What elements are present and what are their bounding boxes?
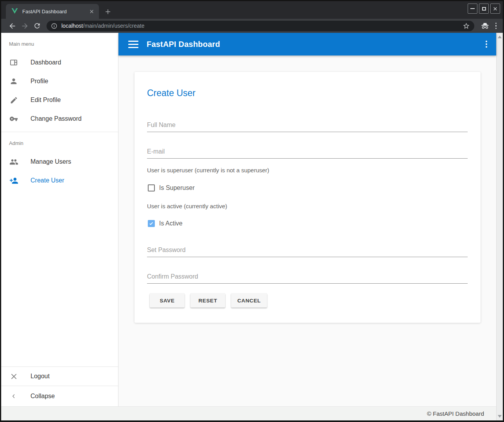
close-button[interactable] (490, 4, 500, 14)
active-checkbox-row: Is Active (148, 218, 183, 229)
page-footer: © FastAPI Dashboard (1, 406, 496, 420)
sidebar-item-label: Dashboard (30, 59, 61, 66)
is-superuser-label: Is Superuser (159, 184, 195, 191)
set-password-input[interactable] (147, 243, 468, 257)
sidebar-bottom: Logout Collapse (1, 367, 118, 406)
browser-tab[interactable]: FastAPI Dashboard (6, 4, 99, 19)
main-menu: Dashboard Profile Edit Profile (1, 53, 118, 128)
browser-toolbar: localhost/main/admin/users/create (1, 19, 503, 33)
pencil-icon (9, 95, 18, 105)
scroll-up-arrow-icon[interactable] (498, 36, 502, 38)
scrollbar[interactable] (496, 33, 503, 420)
sidebar-section-admin: Admin (9, 139, 118, 147)
sidebar-item-label: Profile (30, 78, 48, 85)
dashboard-icon (9, 58, 18, 67)
create-user-card: Create User User is superuser (currently… (135, 72, 481, 323)
close-icon (493, 6, 498, 11)
url-host: localhost (61, 23, 83, 29)
minimize-button[interactable] (468, 4, 477, 14)
person-add-icon (9, 176, 18, 185)
sidebar-item-change-password[interactable]: Change Password (1, 109, 118, 128)
back-button[interactable] (7, 21, 17, 30)
is-active-checkbox[interactable] (148, 220, 155, 227)
app-header: FastAPI Dashboard (118, 33, 496, 55)
url-text[interactable]: localhost/main/admin/users/create (61, 23, 144, 29)
reset-button[interactable]: RESET (190, 293, 225, 308)
full-name-field (147, 118, 468, 132)
sidebar-item-label: Manage Users (30, 158, 71, 165)
is-active-label: Is Active (159, 220, 183, 227)
sidebar-item-label: Create User (30, 177, 64, 184)
check-icon (149, 221, 154, 226)
maximize-button[interactable] (479, 4, 489, 14)
app-title: FastAPI Dashboard (147, 40, 220, 49)
confirm-password-field (147, 270, 468, 284)
reload-button[interactable] (32, 21, 42, 30)
window-controls (468, 4, 500, 14)
person-icon (9, 77, 18, 86)
sidebar-item-dashboard[interactable]: Dashboard (1, 53, 118, 72)
sidebar-item-label: Edit Profile (30, 97, 61, 104)
sidebar: Main menu Dashboard Profile (1, 33, 118, 406)
new-tab-button[interactable] (104, 7, 112, 16)
superuser-checkbox-row: Is Superuser (148, 182, 195, 193)
sidebar-item-create-user[interactable]: Create User (1, 171, 118, 190)
address-bar[interactable]: localhost/main/admin/users/create (47, 21, 474, 31)
email-input[interactable] (147, 145, 468, 159)
logout-x-icon (9, 372, 18, 381)
sidebar-divider (1, 132, 118, 132)
scroll-down-arrow-icon[interactable] (498, 415, 502, 418)
minimize-icon (470, 8, 475, 9)
browser-window: FastAPI Dashboard (0, 0, 504, 422)
key-icon (9, 114, 18, 123)
form-buttons: SAVE RESET CANCEL (150, 293, 267, 308)
is-superuser-checkbox[interactable] (148, 184, 155, 191)
cancel-button[interactable]: CANCEL (231, 293, 267, 308)
save-button[interactable]: SAVE (150, 293, 185, 308)
url-path: /main/admin/users/create (83, 23, 144, 29)
sidebar-item-label: Change Password (30, 115, 82, 122)
main-content: Create User User is superuser (currently… (118, 55, 496, 406)
chevron-left-icon (9, 392, 18, 401)
sidebar-item-manage-users[interactable]: Manage Users (1, 152, 118, 171)
maximize-icon (482, 7, 486, 11)
sidebar-section-main-menu: Main menu (9, 40, 118, 48)
bookmark-star-icon[interactable] (463, 22, 470, 30)
confirm-password-input[interactable] (147, 270, 468, 284)
tab-title: FastAPI Dashboard (22, 9, 88, 14)
sidebar-item-edit-profile[interactable]: Edit Profile (1, 91, 118, 109)
hamburger-menu-icon[interactable] (128, 41, 138, 48)
vue-logo-icon (11, 8, 18, 15)
incognito-icon (480, 21, 490, 30)
sidebar-item-label: Collapse (30, 393, 55, 400)
sidebar-item-profile[interactable]: Profile (1, 72, 118, 91)
sidebar-item-logout[interactable]: Logout (1, 367, 118, 386)
sidebar-item-collapse[interactable]: Collapse (1, 386, 118, 406)
header-menu-icon[interactable] (486, 41, 487, 48)
superuser-hint: User is superuser (currently is not a su… (147, 166, 269, 174)
email-field (147, 145, 468, 159)
full-name-input[interactable] (147, 118, 468, 132)
admin-menu: Manage Users Create User (1, 152, 118, 190)
page-title: Create User (147, 88, 196, 98)
sidebar-item-label: Logout (30, 373, 50, 380)
copyright-text: © FastAPI Dashboard (427, 410, 484, 417)
tab-strip: FastAPI Dashboard (1, 1, 503, 19)
forward-button[interactable] (20, 21, 29, 30)
tab-close-icon[interactable] (88, 8, 95, 15)
people-icon (9, 157, 18, 166)
active-hint: User is active (currently active) (147, 202, 227, 210)
browser-menu-icon[interactable] (495, 23, 497, 29)
page: Main menu Dashboard Profile (1, 33, 503, 420)
site-info-icon[interactable] (51, 23, 57, 29)
set-password-field (147, 243, 468, 257)
